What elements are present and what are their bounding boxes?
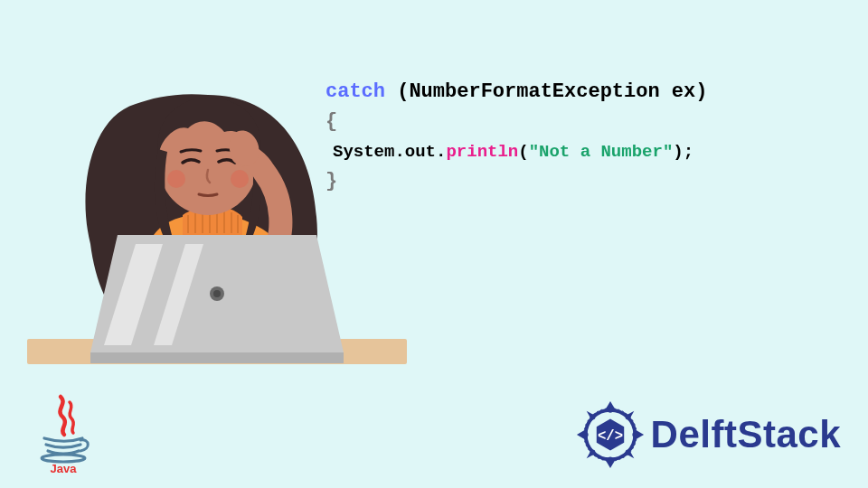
code-line-4: } bbox=[326, 166, 707, 196]
code-snippet: catch (NumberFormatException ex) { Syste… bbox=[326, 77, 707, 196]
svg-point-21 bbox=[582, 432, 588, 437]
delftstack-emblem-icon: </> bbox=[575, 399, 646, 470]
svg-text:</>: </> bbox=[598, 428, 623, 445]
svg-point-26 bbox=[590, 450, 595, 455]
svg-point-20 bbox=[608, 456, 613, 462]
delftstack-logo: </> DelftStack bbox=[575, 399, 841, 470]
delftstack-label: DelftStack bbox=[651, 413, 841, 456]
svg-point-15 bbox=[213, 290, 221, 297]
svg-point-16 bbox=[42, 455, 85, 462]
keyword-catch: catch bbox=[326, 80, 385, 103]
code-line-1: catch (NumberFormatException ex) bbox=[326, 77, 707, 107]
java-logo-icon: Java bbox=[32, 393, 95, 474]
code-line-2: { bbox=[326, 107, 707, 136]
svg-point-19 bbox=[608, 408, 613, 413]
code-line-3: System.out.println("Not a Number"); bbox=[326, 136, 707, 166]
svg-point-12 bbox=[231, 170, 249, 188]
svg-point-25 bbox=[625, 450, 630, 455]
svg-point-22 bbox=[632, 432, 637, 437]
java-label: Java bbox=[51, 462, 78, 474]
svg-point-11 bbox=[167, 170, 185, 188]
svg-point-23 bbox=[625, 415, 630, 420]
svg-point-24 bbox=[590, 415, 595, 420]
